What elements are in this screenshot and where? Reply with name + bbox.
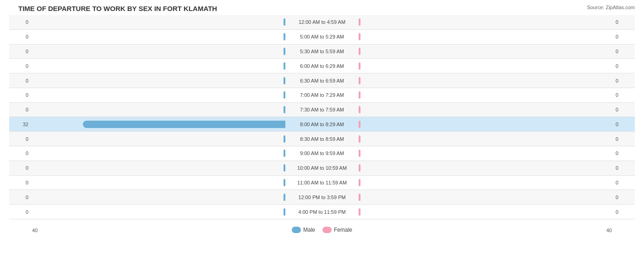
legend-female: Female xyxy=(322,227,352,233)
time-label: 8:30 AM to 8:59 AM xyxy=(285,136,359,142)
chart-row: 0 10:00 AM to 10:59 AM 0 xyxy=(9,161,635,176)
time-label: 7:30 AM to 7:59 AM xyxy=(285,107,359,112)
bar-section: 5:30 AM to 5:59 AM xyxy=(32,45,612,59)
bar-section: 5:00 AM to 5:29 AM xyxy=(32,30,612,44)
female-bar xyxy=(359,164,360,172)
chart-row: 0 6:30 AM to 6:59 AM 0 xyxy=(9,73,635,88)
bar-section: 10:00 AM to 10:59 AM xyxy=(32,161,612,175)
male-value: 0 xyxy=(9,165,32,171)
female-bar xyxy=(359,48,360,55)
male-value: 0 xyxy=(9,136,32,142)
male-bar-wrap xyxy=(32,30,285,44)
chart-row: 0 7:30 AM to 7:59 AM 0 xyxy=(9,103,635,117)
time-label: 8:00 AM to 8:29 AM xyxy=(285,122,359,127)
bar-section: 7:30 AM to 7:59 AM xyxy=(32,103,612,117)
male-bar-wrap xyxy=(32,88,285,102)
male-bar-wrap xyxy=(32,176,285,190)
male-value: 0 xyxy=(9,150,32,156)
female-bar-wrap xyxy=(359,161,612,175)
axis-right-label: 40 xyxy=(606,228,612,233)
female-value: 0 xyxy=(612,122,635,127)
female-bar xyxy=(359,91,360,99)
time-label: 6:30 AM to 6:59 AM xyxy=(285,78,359,84)
female-value: 0 xyxy=(612,180,635,185)
male-bar-wrap xyxy=(32,117,285,131)
time-label: 12:00 PM to 3:59 PM xyxy=(285,195,359,200)
chart-row: 0 9:00 AM to 9:59 AM 0 xyxy=(9,146,635,161)
male-bar xyxy=(83,121,285,128)
legend: Male Female xyxy=(292,227,352,233)
male-bar-wrap xyxy=(32,146,285,161)
male-bar-wrap xyxy=(32,59,285,73)
male-bar-wrap xyxy=(32,45,285,59)
chart-row: 0 11:00 AM to 11:59 AM 0 xyxy=(9,176,635,190)
legend-male: Male xyxy=(292,227,315,233)
time-label: 5:30 AM to 5:59 AM xyxy=(285,49,359,54)
time-label: 10:00 AM to 10:59 AM xyxy=(285,165,359,171)
chart-title: TIME OF DEPARTURE TO WORK BY SEX IN FORT… xyxy=(9,5,635,12)
female-bar xyxy=(359,208,360,216)
male-bar-wrap xyxy=(32,190,285,204)
female-bar-wrap xyxy=(359,103,612,117)
chart-area: 0 12:00 AM to 4:59 AM 0 0 xyxy=(9,15,635,233)
time-label: 6:00 AM to 6:29 AM xyxy=(285,63,359,69)
female-bar xyxy=(359,18,360,26)
male-bar-wrap xyxy=(32,161,285,175)
female-value: 0 xyxy=(612,19,635,25)
female-bar xyxy=(359,150,360,157)
time-label: 11:00 AM to 11:59 AM xyxy=(285,180,359,185)
female-bar-wrap xyxy=(359,132,612,146)
male-bar-wrap xyxy=(32,205,285,219)
female-value: 0 xyxy=(612,92,635,98)
female-value: 0 xyxy=(612,165,635,171)
bottom-axis: 40 Male Female 40 xyxy=(32,228,612,233)
female-bar xyxy=(359,77,360,84)
male-bar-wrap xyxy=(32,103,285,117)
male-value: 0 xyxy=(9,92,32,98)
chart-row: 0 4:00 PM to 11:59 PM 0 xyxy=(9,205,635,219)
chart-row: 0 7:00 AM to 7:29 AM 0 xyxy=(9,88,635,103)
female-value: 0 xyxy=(612,63,635,69)
axis-left-label: 40 xyxy=(32,228,38,233)
female-bar-wrap xyxy=(359,15,612,29)
male-bar-wrap xyxy=(32,73,285,88)
female-bar xyxy=(359,194,360,201)
time-label: 9:00 AM to 9:59 AM xyxy=(285,150,359,156)
male-bar-wrap xyxy=(32,132,285,146)
female-bar-wrap xyxy=(359,30,612,44)
female-bar-wrap xyxy=(359,146,612,161)
bar-section: 12:00 PM to 3:59 PM xyxy=(32,190,612,204)
bar-section: 4:00 PM to 11:59 PM xyxy=(32,205,612,219)
bar-section: 8:30 AM to 8:59 AM xyxy=(32,132,612,146)
source-label: Source: ZipAtlas.com xyxy=(587,5,635,10)
chart-row: 0 6:00 AM to 6:29 AM 0 xyxy=(9,59,635,73)
rows-container: 0 12:00 AM to 4:59 AM 0 0 xyxy=(9,15,635,219)
chart-row: 0 5:00 AM to 5:29 AM 0 xyxy=(9,30,635,45)
male-value: 0 xyxy=(9,49,32,54)
female-value: 0 xyxy=(612,150,635,156)
legend-female-label: Female xyxy=(334,227,352,233)
male-value: 0 xyxy=(9,195,32,200)
female-bar-wrap xyxy=(359,190,612,204)
female-bar xyxy=(359,121,360,128)
female-value: 0 xyxy=(612,136,635,142)
female-bar xyxy=(359,106,360,113)
bar-section: 12:00 AM to 4:59 AM xyxy=(32,15,612,29)
bar-section: 11:00 AM to 11:59 AM xyxy=(32,176,612,190)
male-value: 0 xyxy=(9,19,32,25)
male-value: 0 xyxy=(9,34,32,39)
chart-row: 0 8:30 AM to 8:59 AM 0 xyxy=(9,132,635,146)
female-value: 0 xyxy=(612,34,635,39)
chart-row: 32 8:00 AM to 8:29 AM 0 xyxy=(9,117,635,132)
male-value: 32 xyxy=(9,122,32,127)
chart-row: 0 12:00 PM to 3:59 PM 0 xyxy=(9,190,635,205)
female-bar xyxy=(359,179,360,186)
male-value: 0 xyxy=(9,180,32,185)
female-bar-wrap xyxy=(359,88,612,102)
bar-section: 6:00 AM to 6:29 AM xyxy=(32,59,612,73)
female-value: 0 xyxy=(612,209,635,215)
female-bar xyxy=(359,135,360,143)
female-bar xyxy=(359,62,360,70)
bar-section: 6:30 AM to 6:59 AM xyxy=(32,73,612,88)
chart-container: TIME OF DEPARTURE TO WORK BY SEX IN FORT… xyxy=(0,0,644,273)
